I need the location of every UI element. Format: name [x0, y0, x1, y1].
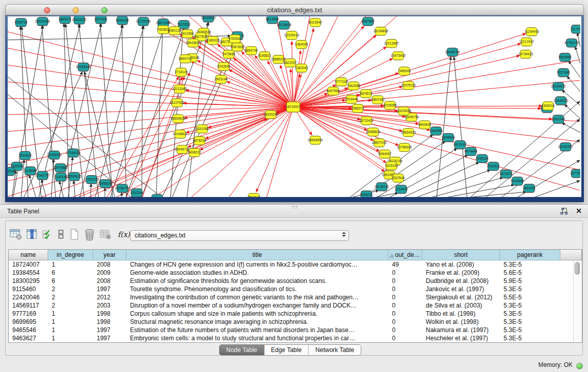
table-cell[interactable]: 5.3E-5: [500, 334, 560, 342]
column-header-in_degree[interactable]: in_degree: [48, 250, 93, 260]
table-cell[interactable]: 2: [48, 293, 93, 301]
table-cell[interactable]: de Silva et al. (2003): [422, 301, 500, 310]
table-cell[interactable]: 0: [388, 277, 422, 285]
table-cell[interactable]: 2: [48, 285, 93, 293]
table-row[interactable]: 977716911998Corpus callosum shape and si…: [9, 310, 582, 318]
table-cell[interactable]: 5.3E-5: [500, 310, 560, 318]
table-row[interactable]: 946362711997Embryonic stem cells: a mode…: [9, 334, 582, 342]
table-cell[interactable]: 1: [48, 334, 93, 342]
node-table[interactable]: namein_degreeyeartitle△out_de…shortpager…: [8, 249, 582, 343]
delete-column-button[interactable]: [84, 229, 95, 240]
table-cell[interactable]: 1998: [93, 318, 126, 326]
table-cell[interactable]: Yano et al. (2008): [422, 260, 500, 269]
table-cell[interactable]: 0: [388, 269, 422, 277]
table-cell[interactable]: 5.3E-5: [500, 260, 560, 269]
table-cell[interactable]: 0: [388, 301, 422, 310]
table-cell[interactable]: 14569117: [9, 301, 48, 310]
table-cell[interactable]: 2008: [93, 260, 126, 269]
table-cell[interactable]: 5.3E-5: [500, 318, 560, 326]
table-cell[interactable]: Corpus callosum shape and size in male p…: [126, 310, 388, 318]
tab-node-table[interactable]: Node Table: [220, 345, 264, 355]
table-cell[interactable]: 1998: [93, 310, 126, 318]
column-header-pagerank[interactable]: pagerank: [500, 250, 560, 260]
table-cell[interactable]: 0: [388, 334, 422, 342]
table-cell[interactable]: Disruption of a novel member of a sodium…: [126, 301, 388, 310]
column-header-name[interactable]: name: [9, 250, 48, 260]
table-cell[interactable]: 6: [48, 269, 93, 277]
table-scrollbar[interactable]: [573, 260, 582, 342]
show-columns-button[interactable]: [27, 229, 38, 240]
table-cell[interactable]: 5.9E-5: [500, 277, 560, 285]
table-cell[interactable]: Investigating the contribution of common…: [126, 293, 388, 301]
column-header-short[interactable]: short: [422, 250, 500, 260]
table-cell[interactable]: Estimation of significance thresholds fo…: [126, 277, 388, 285]
table-cell[interactable]: 18300295: [9, 277, 48, 285]
table-mode-button[interactable]: [10, 229, 22, 240]
table-cell[interactable]: Jankovic et al. (1997): [422, 285, 500, 293]
table-row[interactable]: 1456911722003Disruption of a novel membe…: [9, 301, 582, 310]
table-cell[interactable]: 1: [48, 260, 93, 269]
tab-network-table[interactable]: Network Table: [308, 345, 361, 355]
table-cell[interactable]: Tourette syndrome. Phenomenology and cla…: [126, 285, 388, 293]
table-cell[interactable]: 9699695: [9, 318, 48, 326]
table-cell[interactable]: Franke et al. (2009): [422, 269, 500, 277]
close-window-button[interactable]: [44, 7, 50, 13]
table-cell[interactable]: 19384554: [9, 269, 48, 277]
table-cell[interactable]: 9115460: [9, 285, 48, 293]
table-row[interactable]: 911546021997Tourette syndrome. Phenomeno…: [9, 285, 582, 293]
table-cell[interactable]: 9465546: [9, 326, 48, 334]
table-cell[interactable]: Structural magnetic resonance image aver…: [126, 318, 388, 326]
table-cell[interactable]: 1: [48, 318, 93, 326]
table-cell[interactable]: 1997: [93, 326, 126, 334]
table-cell[interactable]: 9777169: [9, 310, 48, 318]
citation-network-graph[interactable]: 4055714206914061865471106532871527602646…: [8, 16, 580, 197]
table-scrollbar-thumb[interactable]: [575, 262, 580, 275]
table-cell[interactable]: Changes of HCN gene expression and I(f) …: [126, 260, 388, 269]
minimize-window-button[interactable]: [73, 7, 79, 13]
table-cell[interactable]: 5.3E-5: [500, 301, 560, 310]
tab-edge-table[interactable]: Edge Table: [264, 345, 309, 355]
row-options-button[interactable]: [57, 229, 64, 239]
zoom-window-button[interactable]: [101, 7, 107, 13]
float-panel-icon[interactable]: [560, 208, 568, 215]
table-cell[interactable]: 0: [388, 293, 422, 301]
table-cell[interactable]: Stergiakouli et al. (2012): [422, 293, 500, 301]
table-cell[interactable]: 49: [388, 260, 422, 269]
table-cell[interactable]: 5.3E-5: [500, 326, 560, 334]
column-header-out_de[interactable]: △out_de…: [388, 250, 422, 260]
table-cell[interactable]: 2012: [93, 293, 126, 301]
column-header-year[interactable]: year: [93, 250, 126, 260]
column-header-title[interactable]: title: [126, 250, 388, 260]
table-cell[interactable]: 0: [388, 285, 422, 293]
table-cell[interactable]: 5.6E-5: [500, 269, 560, 277]
table-cell[interactable]: 2009: [93, 269, 126, 277]
table-cell[interactable]: Nakamura et al. (1997): [422, 326, 500, 334]
table-cell[interactable]: 5.3E-5: [500, 285, 560, 293]
table-cell[interactable]: Wolkin et al. (1998): [422, 318, 500, 326]
divider-grip-icon[interactable]: [292, 205, 298, 208]
function-builder-button[interactable]: f(x): [118, 230, 130, 238]
table-row[interactable]: 1872400712008Changes of HCN gene express…: [9, 260, 582, 269]
table-cell[interactable]: Tibbo et al. (1998): [422, 310, 500, 318]
table-cell[interactable]: 5.5E-5: [500, 293, 560, 301]
table-cell[interactable]: 2: [48, 301, 93, 310]
table-cell[interactable]: 2003: [93, 301, 126, 310]
table-cell[interactable]: 0: [388, 318, 422, 326]
select-columns-button[interactable]: [42, 229, 53, 239]
delete-table-button[interactable]: [100, 229, 111, 240]
network-canvas[interactable]: 4055714206914061865471106532871527602646…: [8, 16, 581, 197]
table-cell[interactable]: 2008: [93, 277, 126, 285]
table-cell[interactable]: 1: [48, 310, 93, 318]
table-cell[interactable]: 0: [388, 310, 422, 318]
close-panel-icon[interactable]: ✕: [576, 207, 582, 215]
table-cell[interactable]: Estimation of the future numbers of pati…: [126, 326, 388, 334]
table-row[interactable]: 1830029562008Estimation of significance …: [9, 277, 582, 285]
table-cell[interactable]: 0: [388, 326, 422, 334]
table-row[interactable]: 946554611997Estimation of the future num…: [9, 326, 582, 334]
table-cell[interactable]: 1: [48, 326, 93, 334]
table-cell[interactable]: Hescheler et al. (1997): [422, 334, 500, 342]
table-cell[interactable]: 18724007: [9, 260, 48, 269]
table-row[interactable]: 2242004622012Investigating the contribut…: [9, 293, 582, 301]
create-column-button[interactable]: [69, 229, 79, 240]
window-titlebar[interactable]: citations_edges.txt: [5, 4, 584, 15]
